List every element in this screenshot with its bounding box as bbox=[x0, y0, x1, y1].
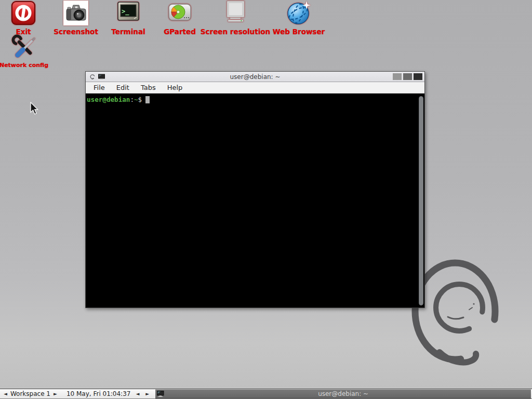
menu-help[interactable]: Help bbox=[165, 83, 185, 92]
terminal-app-icon bbox=[98, 74, 105, 80]
terminal-cursor bbox=[145, 96, 150, 103]
tasklist-next-icon[interactable]: ► bbox=[144, 389, 150, 398]
camera-icon bbox=[63, 1, 88, 25]
monitor-icon bbox=[223, 1, 248, 25]
taskbar-panel: ◄ Workspace 1 ► 10 May, Fri 01:04:37 ◄ ►… bbox=[0, 389, 532, 399]
power-icon bbox=[11, 1, 36, 25]
clock: 10 May, Fri 01:04:37 bbox=[66, 390, 131, 397]
svg-text:>_: >_ bbox=[122, 8, 129, 16]
prompt-symbol: $ bbox=[138, 96, 142, 103]
window-menubar: File Edit Tabs Help bbox=[86, 82, 424, 94]
task-terminal-icon bbox=[157, 391, 164, 397]
workspace-prev-icon[interactable]: ◄ bbox=[3, 389, 8, 398]
taskbar-window-button[interactable]: user@debian: ~ bbox=[155, 389, 531, 398]
globe-icon bbox=[286, 1, 311, 25]
workspace-next-icon[interactable]: ► bbox=[52, 389, 58, 398]
prompt-separator: : bbox=[130, 96, 134, 103]
terminal-window: user@debian: ~ File Edit Tabs Help user@… bbox=[85, 71, 425, 308]
shortcut-network-config[interactable]: Network config bbox=[0, 34, 63, 69]
window-titlebar[interactable]: user@debian: ~ bbox=[86, 72, 424, 82]
close-button[interactable] bbox=[414, 73, 422, 80]
menu-edit[interactable]: Edit bbox=[114, 83, 131, 92]
tools-icon bbox=[11, 34, 36, 59]
minimize-button[interactable] bbox=[393, 73, 402, 80]
shortcut-label: Web Browser bbox=[260, 28, 338, 35]
shortcut-web-browser[interactable]: Web Browser bbox=[260, 1, 338, 35]
terminal-screen[interactable]: user@debian:~$ bbox=[86, 94, 424, 308]
workspace-indicator[interactable]: Workspace 1 bbox=[10, 390, 50, 397]
terminal-scrollbar-thumb[interactable] bbox=[419, 96, 423, 305]
menu-tabs[interactable]: Tabs bbox=[139, 83, 158, 92]
task-button-label: user@debian: ~ bbox=[155, 390, 531, 397]
prompt-path: ~ bbox=[134, 96, 138, 103]
disk-partition-icon bbox=[167, 1, 192, 25]
maximize-button[interactable] bbox=[403, 73, 412, 80]
crt-terminal-icon: >_ bbox=[116, 1, 141, 25]
tasklist-prev-icon[interactable]: ◄ bbox=[135, 389, 140, 398]
shell-prompt: user@debian:~$ bbox=[87, 96, 417, 103]
window-title: user@debian: ~ bbox=[86, 73, 424, 81]
debian-swirl-icon bbox=[89, 74, 96, 80]
menu-file[interactable]: File bbox=[91, 83, 107, 92]
shortcut-label: Network config bbox=[0, 62, 63, 69]
prompt-user-host: user@debian bbox=[87, 96, 130, 103]
mouse-pointer-icon bbox=[30, 102, 40, 116]
